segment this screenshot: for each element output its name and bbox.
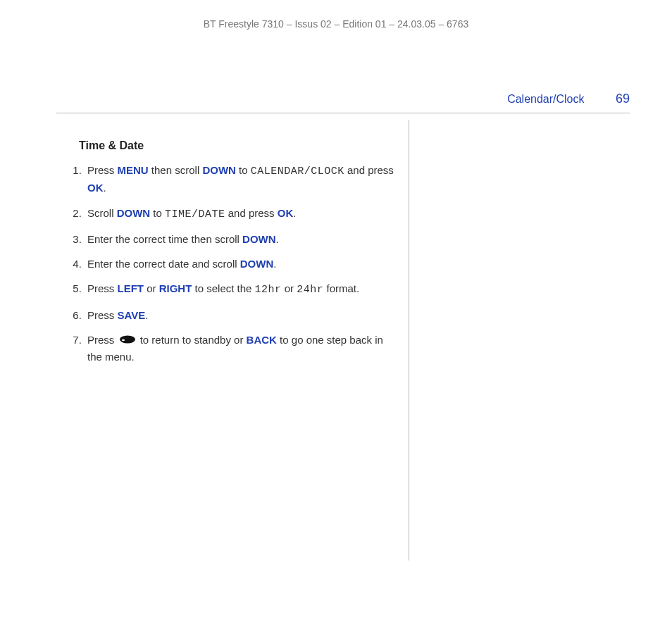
lcd-24hr: 24hr — [297, 284, 323, 296]
step-7: Press to return to standby or BACK to go… — [85, 332, 394, 365]
text: . — [293, 207, 296, 219]
text: Press — [87, 282, 118, 294]
step-5: Press LEFT or RIGHT to select the 12hr o… — [85, 280, 394, 298]
text: Press — [87, 334, 118, 346]
step-1: Press MENU then scroll DOWN to CALENDAR/… — [85, 162, 394, 196]
key-menu: MENU — [118, 164, 149, 176]
text: and press — [225, 207, 278, 219]
hangup-icon — [119, 332, 136, 349]
key-ok: OK — [87, 182, 104, 194]
text: . — [145, 309, 148, 321]
right-column — [409, 120, 630, 561]
page-number: 69 — [616, 92, 630, 106]
steps-list: Press MENU then scroll DOWN to CALENDAR/… — [56, 162, 394, 365]
text: Enter the correct date and scroll — [87, 258, 240, 270]
text: or — [144, 282, 159, 294]
text: to — [236, 164, 251, 176]
doc-info-text: BT Freestyle 7310 – Issus 02 – Edition 0… — [204, 18, 468, 30]
text: Scroll — [87, 207, 117, 219]
key-ok: OK — [278, 207, 294, 219]
step-3: Enter the correct time then scroll DOWN. — [85, 231, 394, 247]
text: format. — [323, 282, 359, 294]
key-save: SAVE — [118, 309, 146, 321]
key-down: DOWN — [242, 233, 276, 245]
text: Press — [87, 309, 118, 321]
key-back: BACK — [247, 334, 277, 346]
step-4: Enter the correct date and scroll DOWN. — [85, 256, 394, 272]
text: to select the — [192, 282, 254, 294]
svg-point-1 — [122, 339, 125, 341]
lcd-calendar-clock: CALENDAR/CLOCK — [251, 165, 344, 177]
key-down: DOWN — [240, 258, 274, 270]
text: and press — [344, 164, 394, 176]
text: . — [273, 258, 276, 270]
text: Enter the correct time then scroll — [87, 233, 242, 245]
doc-info-header: BT Freestyle 7310 – Issus 02 – Edition 0… — [0, 0, 672, 30]
key-down: DOWN — [117, 207, 151, 219]
running-head: Calendar/Clock 69 — [507, 92, 630, 106]
lcd-time-date: TIME/DATE — [165, 208, 225, 220]
text: . — [276, 233, 279, 245]
two-column-layout: Time & Date Press MENU then scroll DOWN … — [56, 120, 630, 561]
section-title: Calendar/Clock — [507, 93, 584, 105]
subhead-time-date: Time & Date — [79, 139, 394, 152]
key-right: RIGHT — [159, 282, 192, 294]
text: then scroll — [149, 164, 203, 176]
text: or — [282, 282, 297, 294]
svg-point-0 — [120, 336, 135, 344]
text: Press — [87, 164, 118, 176]
step-6: Press SAVE. — [85, 307, 394, 323]
text: . — [104, 182, 106, 194]
step-2: Scroll DOWN to TIME/DATE and press OK. — [85, 205, 394, 223]
lcd-12hr: 12hr — [255, 284, 282, 296]
key-down: DOWN — [202, 164, 236, 176]
key-left: LEFT — [118, 282, 144, 294]
text: to return to standby or — [137, 334, 247, 346]
text: to — [150, 207, 165, 219]
left-column: Time & Date Press MENU then scroll DOWN … — [56, 120, 409, 561]
header-rule — [56, 113, 630, 113]
